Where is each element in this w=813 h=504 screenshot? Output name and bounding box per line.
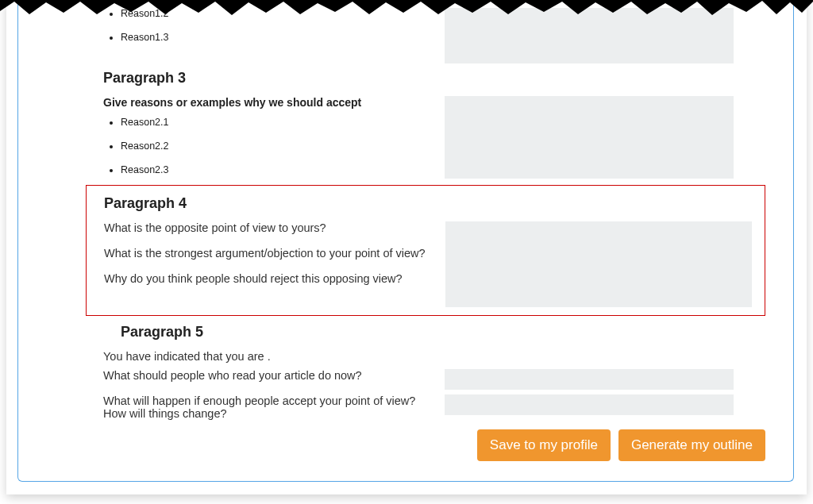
save-button[interactable]: Save to my profile [477, 429, 611, 461]
button-row: Save to my profile Generate my outline [103, 429, 765, 461]
answer-field[interactable] [445, 8, 734, 63]
paragraph-3-row: Give reasons or examples why we should a… [103, 96, 734, 180]
paragraph-4-row: What is the opposite point of view to yo… [104, 221, 752, 307]
answer-field[interactable] [445, 221, 752, 307]
paragraph-2-row: Reason1.2 Reason1.3 [103, 8, 734, 63]
paragraph-5-heading: Paragraph 5 [103, 324, 734, 340]
question-text: You have indicated that you are . [103, 350, 734, 363]
question-text: What is the strongest argument/objection… [104, 247, 437, 260]
list-item: Reason2.3 [121, 164, 437, 175]
question-text: What is the opposite point of view to yo… [104, 221, 437, 234]
answer-field[interactable] [445, 394, 734, 415]
content-area: Reason1.2 Reason1.3 Paragraph 3 Give rea… [103, 8, 734, 487]
generate-button[interactable]: Generate my outline [618, 429, 765, 461]
reason-list-1: Reason1.2 Reason1.3 [103, 8, 437, 43]
paragraph-3-heading: Paragraph 3 [103, 70, 734, 87]
paragraph-5-q3-row: What will happen if enough people accept… [103, 394, 734, 425]
question-text: What will happen if enough people accept… [103, 394, 437, 420]
list-item: Reason1.2 [121, 8, 437, 19]
answer-field[interactable] [445, 96, 734, 179]
paragraph-3-subheading: Give reasons or examples why we should a… [103, 96, 437, 109]
question-text: Why do you think people should reject th… [104, 272, 437, 285]
reason-list-2: Reason2.1 Reason2.2 Reason2.3 [103, 117, 437, 175]
paragraph-4-highlight: Paragraph 4 What is the opposite point o… [86, 185, 765, 316]
list-item: Reason2.2 [121, 140, 437, 152]
list-item: Reason1.3 [121, 32, 437, 43]
paragraph-5-q2-row: What should people who read your article… [103, 369, 734, 390]
list-item: Reason2.1 [121, 117, 437, 128]
answer-field[interactable] [445, 369, 734, 390]
paragraph-4-heading: Paragraph 4 [104, 195, 752, 212]
question-text: What should people who read your article… [103, 369, 437, 382]
